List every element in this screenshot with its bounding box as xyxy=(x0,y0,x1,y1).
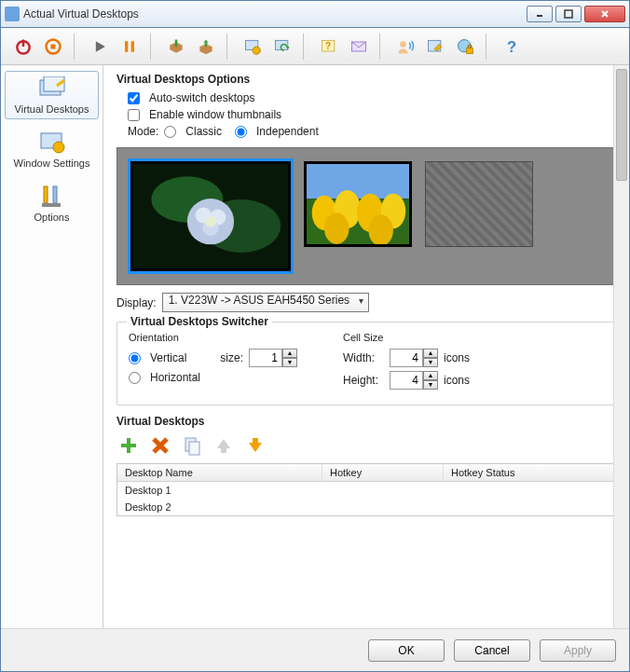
sidebar-item-options[interactable]: Options xyxy=(5,179,99,227)
svg-point-46 xyxy=(324,213,349,244)
cell-status xyxy=(444,484,615,497)
col-desktop-name[interactable]: Desktop Name xyxy=(117,464,322,481)
display-label: Display: xyxy=(116,296,157,309)
window-gear-icon[interactable] xyxy=(240,34,266,60)
spin-down-icon[interactable]: ▼ xyxy=(282,358,297,367)
options-heading: Virtual Desktops Options xyxy=(116,73,616,86)
mode-independent-radio[interactable] xyxy=(235,126,247,138)
window-refresh-icon[interactable] xyxy=(269,34,295,60)
content-pane: Virtual Desktops Options Auto-switch des… xyxy=(103,65,629,628)
orientation-horizontal-label: Horizontal xyxy=(150,371,200,384)
scrollbar-thumb[interactable] xyxy=(616,69,627,181)
maximize-button[interactable] xyxy=(555,6,582,22)
mode-label: Mode: xyxy=(128,125,158,138)
minimize-button[interactable] xyxy=(527,6,553,22)
table-header: Desktop Name Hotkey Hotkey Status xyxy=(117,464,615,482)
svg-rect-53 xyxy=(189,442,199,455)
vertical-scrollbar[interactable] xyxy=(613,65,629,628)
svg-rect-31 xyxy=(42,203,61,207)
desktop-thumbnail-empty[interactable] xyxy=(425,161,533,247)
desktop-thumbnail-1[interactable] xyxy=(130,161,291,271)
height-spinner[interactable]: ▲▼ xyxy=(390,371,438,390)
desktop-thumbnail-2[interactable] xyxy=(304,161,412,247)
globe-lock-icon[interactable] xyxy=(452,34,478,60)
height-input[interactable] xyxy=(390,371,423,390)
desktops-heading: Virtual Desktops xyxy=(116,415,616,428)
svg-rect-30 xyxy=(53,186,57,203)
icons-suffix: icons xyxy=(444,374,470,387)
svg-marker-8 xyxy=(96,41,105,52)
copy-icon[interactable] xyxy=(180,433,204,458)
user-sound-icon[interactable] xyxy=(392,34,418,60)
display-select[interactable]: 1. V223W -> ASUS EAH5450 Series xyxy=(162,293,369,312)
svg-rect-49 xyxy=(121,444,136,447)
svg-rect-10 xyxy=(131,41,134,52)
cancel-button[interactable]: Cancel xyxy=(454,639,530,662)
cell-name: Desktop 2 xyxy=(117,501,322,514)
toolbar-separator xyxy=(303,34,308,60)
cellsize-label: Cell Size xyxy=(343,332,470,343)
box-in-icon[interactable] xyxy=(163,34,189,60)
auto-switch-checkbox[interactable] xyxy=(128,92,140,104)
svg-point-14 xyxy=(253,47,260,54)
orientation-horizontal-radio[interactable] xyxy=(129,372,141,384)
size-input[interactable] xyxy=(249,349,282,367)
col-hotkey-status[interactable]: Hotkey Status xyxy=(444,464,615,481)
svg-point-39 xyxy=(205,216,216,226)
size-spinner[interactable]: ▲▼ xyxy=(249,349,297,367)
table-row[interactable]: Desktop 2 xyxy=(117,499,615,515)
toolbar-separator xyxy=(150,34,156,60)
spin-up-icon[interactable]: ▲ xyxy=(423,349,438,358)
move-up-icon[interactable] xyxy=(212,433,236,458)
orientation-vertical-label: Vertical xyxy=(150,351,186,364)
width-spinner[interactable]: ▲▼ xyxy=(390,349,438,367)
dialog-footer: OK Cancel Apply xyxy=(1,628,629,671)
size-label: size: xyxy=(220,351,243,364)
spin-up-icon[interactable]: ▲ xyxy=(282,349,297,358)
mode-classic-radio[interactable] xyxy=(164,126,176,138)
help-icon[interactable]: ? xyxy=(499,34,525,60)
delete-icon[interactable] xyxy=(148,433,172,458)
close-button[interactable] xyxy=(584,6,625,22)
pause-icon[interactable] xyxy=(116,34,143,60)
help-window-icon[interactable]: ? xyxy=(316,34,342,60)
mode-classic-label: Classic xyxy=(185,125,222,138)
sidebar-item-window-settings[interactable]: Window Settings xyxy=(5,125,99,173)
options-icon xyxy=(37,184,67,210)
ok-button[interactable]: OK xyxy=(368,639,445,662)
mail-icon[interactable] xyxy=(346,34,372,60)
move-down-icon[interactable] xyxy=(243,433,267,458)
auto-switch-label: Auto-switch desktops xyxy=(149,91,254,104)
sidebar-item-label: Virtual Desktops xyxy=(7,103,96,115)
sidebar-item-virtual-desktops[interactable]: Virtual Desktops xyxy=(5,71,99,119)
play-icon[interactable] xyxy=(87,34,113,60)
title-bar: Actual Virtual Desktops xyxy=(0,0,630,28)
spin-up-icon[interactable]: ▲ xyxy=(423,371,438,380)
sidebar-item-label: Options xyxy=(7,212,96,223)
apply-button[interactable]: Apply xyxy=(540,639,616,662)
height-label: Height: xyxy=(343,374,384,387)
box-out-icon[interactable] xyxy=(193,34,219,60)
toolbar-separator xyxy=(226,34,232,60)
svg-point-28 xyxy=(53,142,64,153)
svg-rect-9 xyxy=(125,41,128,52)
table-row[interactable]: Desktop 1 xyxy=(117,482,615,499)
edit-window-icon[interactable] xyxy=(422,34,448,60)
width-input[interactable] xyxy=(390,349,423,367)
col-hotkey[interactable]: Hotkey xyxy=(322,464,444,481)
orientation-vertical-radio[interactable] xyxy=(129,352,141,364)
toolbar-separator xyxy=(379,34,385,60)
svg-rect-40 xyxy=(307,164,409,199)
sidebar-item-label: Window Settings xyxy=(7,158,96,169)
stop-icon[interactable] xyxy=(40,34,66,60)
display-select-value: 1. V223W -> ASUS EAH5450 Series xyxy=(169,294,349,307)
main-area: Virtual Desktops Window Settings Options… xyxy=(1,65,629,628)
toolbar-separator xyxy=(486,34,491,60)
enable-thumbnails-checkbox[interactable] xyxy=(128,109,140,121)
spin-down-icon[interactable]: ▼ xyxy=(423,380,438,390)
window-body: ? ? Virtual Desktops Window Settings Opt… xyxy=(0,28,630,672)
add-icon[interactable] xyxy=(116,433,141,458)
switcher-fieldset: Virtual Desktops Switcher Orientation Ve… xyxy=(116,322,616,405)
spin-down-icon[interactable]: ▼ xyxy=(423,358,438,367)
power-icon[interactable] xyxy=(10,34,36,60)
